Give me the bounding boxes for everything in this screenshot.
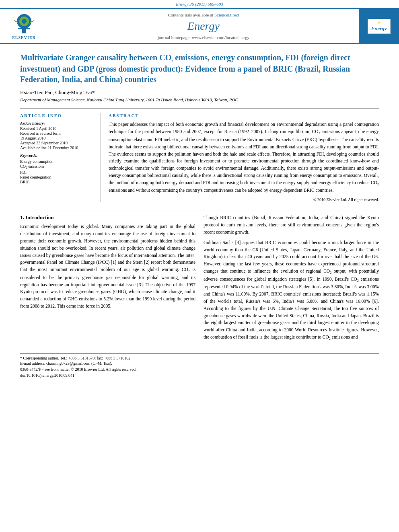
footer-issn: 0360-5442/$ – see front matter © 2010 El… bbox=[20, 367, 379, 372]
abstract-section: ABSTRACT This paper addresses the impact… bbox=[109, 113, 379, 202]
journal-logo-right: ⚡ Energy bbox=[359, 9, 399, 43]
received-revised-label: Received in revised form bbox=[20, 131, 94, 136]
accepted-date: Accepted 23 September 2010 bbox=[20, 141, 94, 145]
received-date: Received 1 April 2010 bbox=[20, 126, 94, 131]
svg-rect-4 bbox=[18, 28, 30, 29]
copyright: © 2010 Elsevier Ltd. All rights reserved… bbox=[109, 197, 379, 202]
journal-title: Energy bbox=[187, 20, 220, 33]
article-info-title: ARTICLE INFO bbox=[20, 113, 94, 118]
authors: Hsiao-Tien Pao, Chung-Ming Tsai* bbox=[20, 89, 379, 96]
journal-header: ELSEVIER Contents lists available at Sci… bbox=[0, 8, 399, 44]
energy-badge: ⚡ Energy bbox=[368, 19, 391, 34]
keyword-3: FDI bbox=[20, 170, 94, 175]
intro-paragraph-2: Though BRIC countries (Brazil, Russian F… bbox=[204, 214, 379, 236]
body-columns: 1. Introduction Economic development tod… bbox=[20, 214, 379, 345]
elsevier-tree-icon bbox=[10, 12, 38, 35]
keywords-label: Keywords: bbox=[20, 153, 94, 158]
page-reference: Energy 36 (2011) 685–693 bbox=[0, 0, 399, 8]
footer-notes: * Corresponding author. Tel.: +886 3 513… bbox=[20, 353, 379, 378]
journal-homepage: journal homepage: www.elsevier.com/locat… bbox=[158, 35, 249, 40]
article-title: Multivariate Granger causality between C… bbox=[20, 52, 379, 84]
keyword-2: CO2 emissions bbox=[20, 164, 94, 170]
abstract-text: This paper addresses the impact of both … bbox=[109, 121, 379, 194]
affiliation: Department of Management Science, Nation… bbox=[20, 97, 379, 102]
main-content: Multivariate Granger causality between C… bbox=[0, 44, 399, 386]
elsevier-logo-area: ELSEVIER bbox=[0, 9, 48, 43]
footer-doi: doi:10.1016/j.energy.2010.09.041 bbox=[20, 373, 379, 378]
abstract-title: ABSTRACT bbox=[109, 113, 379, 118]
article-info: ARTICLE INFO Article history: Received 1… bbox=[20, 113, 101, 202]
body-col-left: 1. Introduction Economic development tod… bbox=[20, 214, 195, 345]
keywords-list: Energy consumption CO2 emissions FDI Pan… bbox=[20, 159, 94, 184]
divider-2 bbox=[20, 210, 379, 210]
keyword-1: Energy consumption bbox=[20, 159, 94, 164]
footer-email-note: E-mail address: charming0723@gmail.com (… bbox=[20, 361, 379, 366]
journal-center: Contents lists available at ScienceDirec… bbox=[48, 9, 359, 43]
info-abstract-section: ARTICLE INFO Article history: Received 1… bbox=[20, 113, 379, 202]
footer-star-note: * Corresponding author. Tel.: +886 3 513… bbox=[20, 356, 379, 360]
svg-point-3 bbox=[22, 19, 27, 24]
contents-line: Contents lists available at ScienceDirec… bbox=[168, 12, 239, 17]
intro-paragraph-3: Goldman Sachs [4] argues that BRIC econo… bbox=[204, 239, 379, 342]
available-date: Available online 21 December 2010 bbox=[20, 146, 94, 150]
revised-date: 19 August 2010 bbox=[20, 136, 94, 140]
intro-paragraph-1: Economic development today is global. Ma… bbox=[20, 223, 195, 310]
section-title: 1. Introduction bbox=[20, 214, 195, 221]
sciencedirect-link[interactable]: ScienceDirect bbox=[214, 12, 239, 17]
keyword-5: BRIC bbox=[20, 180, 94, 184]
elsevier-logo: ELSEVIER bbox=[10, 12, 38, 40]
body-col-right: Though BRIC countries (Brazil, Russian F… bbox=[204, 214, 379, 345]
keyword-4: Panel cointegration bbox=[20, 175, 94, 179]
divider-1 bbox=[20, 109, 379, 109]
history-label: Article history: bbox=[20, 121, 94, 125]
